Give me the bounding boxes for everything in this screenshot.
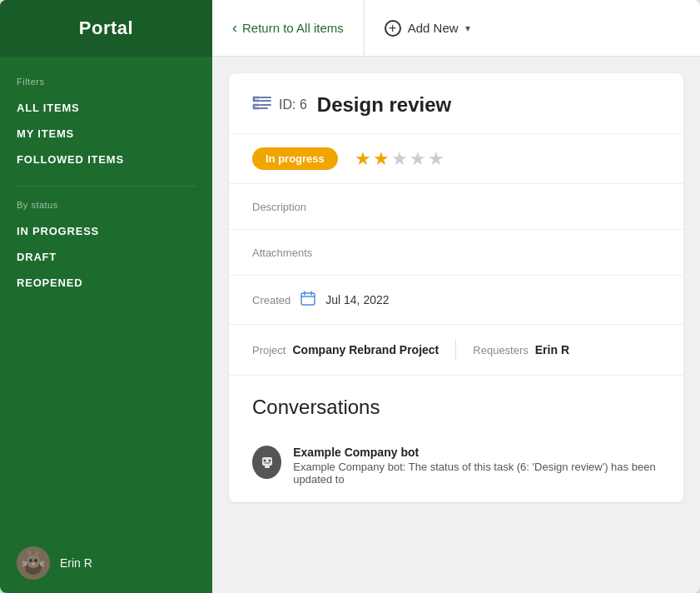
conversation-item: Example Company bot Example Company bot:…	[252, 436, 660, 486]
task-card: ID: 6 Design review In progress ★ ★ ★ ★ …	[229, 73, 683, 502]
add-new-label: Add New	[408, 21, 459, 35]
sidebar: Portal Filters ALL ITEMS MY ITEMS FOLLOW…	[0, 0, 212, 593]
project-meta: Project Company Rebrand Project	[252, 343, 439, 356]
star-1: ★	[355, 148, 371, 170]
svg-point-2	[27, 555, 40, 568]
sidebar-item-in-progress[interactable]: IN PROGRESS	[17, 218, 196, 244]
requesters-value: Erin R	[535, 343, 569, 356]
task-id-text: ID: 6	[279, 97, 307, 112]
caret-down-icon: ▾	[465, 22, 470, 34]
sidebar-footer: Erin R	[0, 533, 212, 593]
list-icon	[252, 94, 272, 117]
meta-divider	[455, 340, 456, 360]
bot-avatar	[252, 446, 281, 479]
sidebar-item-all-items[interactable]: ALL ITEMS	[17, 95, 196, 121]
filters-label: Filters	[17, 77, 196, 87]
card-status-row: In progress ★ ★ ★ ★ ★	[229, 134, 683, 184]
created-label: Created	[252, 294, 290, 306]
sidebar-item-draft[interactable]: DRAFT	[17, 244, 196, 270]
star-3: ★	[391, 148, 408, 170]
star-4: ★	[410, 148, 426, 170]
requesters-label: Requesters	[473, 344, 528, 356]
description-section: Description	[229, 184, 683, 230]
svg-rect-30	[265, 466, 270, 468]
created-row: Created Jul 14, 2022	[229, 276, 683, 325]
sidebar-item-followed-items[interactable]: FOLLOWED ITEMS	[17, 147, 196, 172]
svg-rect-24	[301, 293, 315, 305]
conv-name: Example Company bot	[293, 446, 660, 459]
conv-content: Example Company bot Example Company bot:…	[293, 446, 660, 486]
plus-circle-icon: +	[385, 20, 401, 37]
attachments-label: Attachments	[252, 247, 312, 259]
back-button[interactable]: ‹ Return to All items	[212, 0, 365, 56]
svg-point-5	[29, 559, 32, 562]
svg-point-7	[32, 563, 35, 566]
task-id-block: ID: 6	[252, 94, 307, 117]
status-badge: In progress	[252, 147, 338, 170]
svg-rect-29	[262, 457, 272, 466]
svg-point-32	[268, 460, 271, 462]
sidebar-item-reopened[interactable]: REOPENED	[17, 270, 196, 296]
sidebar-nav: Filters ALL ITEMS MY ITEMS FOLLOWED ITEM…	[0, 57, 212, 533]
task-title: Design review	[317, 93, 451, 117]
sidebar-item-my-items[interactable]: MY ITEMS	[17, 121, 196, 147]
card-header: ID: 6 Design review	[229, 73, 683, 134]
sidebar-logo: Portal	[0, 0, 212, 57]
content-area: ID: 6 Design review In progress ★ ★ ★ ★ …	[212, 57, 700, 593]
description-label: Description	[252, 201, 306, 213]
conversations-section: Conversations	[229, 376, 683, 502]
chevron-left-icon: ‹	[232, 19, 237, 37]
back-label: Return to All items	[242, 21, 344, 35]
avatar	[17, 546, 50, 580]
requesters-meta: Requesters Erin R	[473, 343, 569, 356]
svg-point-31	[263, 460, 266, 462]
sidebar-user-name: Erin R	[60, 556, 92, 570]
project-value: Company Rebrand Project	[292, 343, 439, 356]
main-content: ‹ Return to All items + Add New ▾	[212, 0, 700, 593]
topbar: ‹ Return to All items + Add New ▾	[212, 0, 700, 57]
conversations-title: Conversations	[252, 396, 660, 419]
project-label: Project	[252, 344, 285, 356]
svg-point-6	[34, 559, 37, 562]
conv-text: Example Company bot: The status of this …	[293, 461, 660, 486]
attachments-section: Attachments	[229, 230, 683, 276]
created-date: Jul 14, 2022	[325, 293, 389, 306]
star-2: ★	[373, 148, 390, 170]
meta-row: Project Company Rebrand Project Requeste…	[229, 325, 683, 376]
add-new-button[interactable]: + Add New ▾	[365, 0, 490, 56]
calendar-icon	[300, 291, 315, 309]
star-5: ★	[428, 148, 444, 170]
by-status-label: By status	[17, 200, 196, 210]
sidebar-divider	[17, 186, 196, 187]
stars-rating[interactable]: ★ ★ ★ ★ ★	[355, 148, 444, 170]
